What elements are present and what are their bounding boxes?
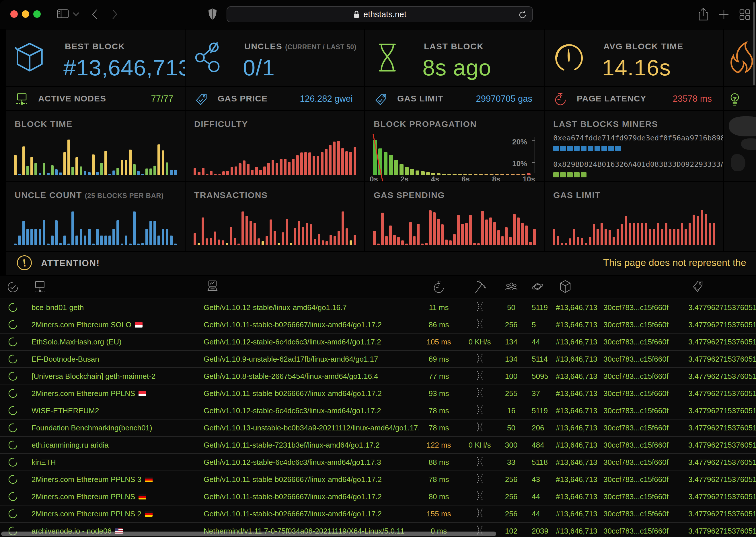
chart-bar — [501, 236, 504, 245]
chart-bar — [170, 170, 172, 175]
table-row[interactable]: 2Miners.com Ethereum PPLNSGeth/v1.10.11-… — [0, 488, 756, 505]
node-name[interactable]: eth.icanmining.ru aridia — [26, 441, 198, 450]
zoom-window-button[interactable] — [33, 10, 41, 18]
chart-bar — [493, 222, 496, 245]
chart-bar — [234, 238, 236, 245]
uncle-count-chart: UNCLE COUNT (25 BLOCKS PER BAR) — [6, 182, 185, 251]
transactions-bars — [194, 210, 356, 245]
url-text: ethstats.net — [363, 10, 406, 19]
block-propagation-curve — [373, 134, 531, 182]
chevron-down-icon[interactable] — [72, 12, 80, 17]
back-icon[interactable] — [91, 8, 99, 21]
minimize-window-button[interactable] — [22, 10, 29, 18]
chart-bar — [589, 237, 591, 245]
chart-bar — [429, 210, 432, 245]
shield-icon[interactable] — [208, 8, 217, 21]
tag-icon — [195, 93, 208, 106]
node-block: #13,646,713 — [554, 372, 600, 381]
node-peers: 33 — [501, 458, 522, 467]
table-row[interactable]: 2Miners.com Ethereum SOLOGeth/v1.10.11-s… — [0, 316, 756, 333]
node-name[interactable]: WISE-ETHEREUM2 — [26, 406, 198, 415]
chart-bar — [137, 171, 140, 175]
node-name[interactable]: EthSolo.MaxHash.org (EU) — [26, 338, 198, 347]
gas-price-value: 126.282 gwei — [300, 94, 353, 104]
map-landmass — [729, 116, 756, 136]
address-bar[interactable]: ethstats.net — [227, 6, 533, 22]
table-row[interactable]: bce-bnd01-gethGeth/v1.10.12-stable/linux… — [0, 299, 756, 316]
node-block-hash: 30ccf783...c15f660f — [600, 492, 686, 501]
table-row[interactable]: 2Miners.com Ethereum PPLNS 2Geth/v1.10.1… — [0, 505, 756, 522]
chart-bar — [290, 243, 292, 245]
node-total-difficulty: 3.477962715376051e+22 — [686, 510, 756, 518]
table-row[interactable]: WISE-ETHEREUM2Geth/v1.10.12-stable-6c4dc… — [0, 402, 756, 419]
chart-bar — [665, 223, 667, 245]
node-name[interactable]: 2Miners.com Ethereum PPLNS 2 — [26, 510, 198, 518]
chart-bar — [296, 155, 298, 175]
chart-bar — [64, 235, 66, 245]
node-mining — [459, 422, 501, 434]
node-name[interactable]: 2Miners.com Ethereum PPLNS 3 — [26, 475, 198, 484]
node-pending: 44 — [522, 492, 554, 501]
mining-icon — [476, 491, 484, 501]
lightbulb-icon — [728, 93, 741, 107]
node-total-difficulty: 3.477962715376051e+22 — [686, 338, 756, 347]
chart-bar — [341, 212, 344, 245]
node-name[interactable]: 2Miners.com Ethereum PPLNS — [26, 389, 198, 398]
chart-bar — [629, 223, 631, 245]
node-name[interactable]: kinΞTH — [26, 458, 198, 467]
chart-bar — [22, 221, 25, 245]
chart-bar — [116, 220, 119, 245]
horizontal-scrollbar[interactable] — [1, 532, 496, 536]
chart-bar — [154, 166, 156, 175]
node-total-difficulty: 3.477962715376051e+22 — [686, 303, 756, 312]
page-latency-value: 23578 ms — [673, 94, 712, 104]
vertical-scrollbar[interactable] — [753, 2, 755, 85]
node-mining — [459, 370, 501, 383]
chart-bar — [276, 163, 278, 175]
table-row[interactable]: 2Miners.com Ethereum PPLNSGeth/v1.10.11-… — [0, 385, 756, 402]
forward-icon[interactable] — [111, 8, 119, 21]
best-block-card: BEST BLOCK #13,646,713 — [6, 29, 185, 86]
node-block: #13,646,713 — [554, 458, 600, 467]
table-row[interactable]: kinΞTHGeth/v1.10.12-stable-6c4dc6c3/linu… — [0, 453, 756, 471]
node-latency: 155 ms — [419, 510, 459, 518]
share-icon[interactable] — [697, 7, 709, 22]
close-window-button[interactable] — [10, 10, 18, 18]
chart-bar — [88, 229, 90, 245]
reload-icon[interactable] — [518, 10, 527, 20]
chart-bar — [557, 236, 559, 245]
miner-address[interactable]: 0x829BD824B016326A401d083B33D092293333A8… — [553, 160, 723, 169]
table-row[interactable]: EF-Bootnode-BusanGeth/v1.10.9-unstable-6… — [0, 350, 756, 367]
difficulty-bars — [194, 139, 356, 175]
node-name[interactable]: [Universa Blockchain] geth-mainnet-2 — [26, 372, 198, 381]
table-row[interactable]: [Universa Blockchain] geth-mainnet-2Geth… — [0, 367, 756, 385]
chart-bar — [334, 236, 336, 245]
table-row[interactable]: eth.icanmining.ru aridiaGeth/v1.10.11-st… — [0, 436, 756, 453]
uncles-card: UNCLES (CURRENT / LAST 50) 0/1 — [186, 29, 364, 86]
tab-overview-icon[interactable] — [739, 9, 751, 21]
gauge-icon — [553, 40, 585, 74]
node-type: Geth/v1.10.12-stable-6c4dc6c3/linux-amd6… — [198, 338, 419, 347]
miner-address[interactable]: 0xea674fdde714fd979de3edf0f56aa9716b898e… — [553, 134, 723, 142]
node-type: Geth/v1.10.11-stable-b0266667/linux-amd6… — [198, 389, 419, 398]
node-name[interactable]: Foundation Benchmarking(bench01) — [26, 424, 198, 433]
node-name[interactable]: bce-bnd01-geth — [26, 303, 198, 312]
chart-bar — [259, 170, 262, 175]
node-name[interactable]: 2Miners.com Ethereum SOLO — [26, 320, 198, 329]
new-tab-icon[interactable] — [718, 9, 730, 20]
uncles-value: 0/1 — [243, 55, 275, 81]
node-name[interactable]: EF-Bootnode-Busan — [26, 355, 198, 364]
node-name[interactable]: 2Miners.com Ethereum PPLNS — [26, 492, 198, 501]
chart-bar — [565, 243, 567, 245]
sidebar-icon[interactable] — [56, 8, 69, 20]
miner-entry: 0x829BD824B016326A401d083B33D092293333A8… — [553, 160, 718, 177]
chart-bar — [469, 215, 472, 245]
table-row[interactable]: Foundation Benchmarking(bench01)Geth/v1.… — [0, 419, 756, 436]
chart-bar — [141, 174, 144, 175]
node-type: Geth/v1.10.12-stable/linux-amd64/go1.16.… — [198, 303, 419, 312]
node-type: Geth/v1.10.13-unstable-bc0b34a9-20211112… — [198, 424, 419, 433]
table-row[interactable]: EthSolo.MaxHash.org (EU)Geth/v1.10.12-st… — [0, 333, 756, 350]
table-row[interactable]: 2Miners.com Ethereum PPLNS 3Geth/v1.10.1… — [0, 471, 756, 488]
chart-bar — [306, 223, 308, 245]
node-peers: 256 — [501, 510, 522, 518]
